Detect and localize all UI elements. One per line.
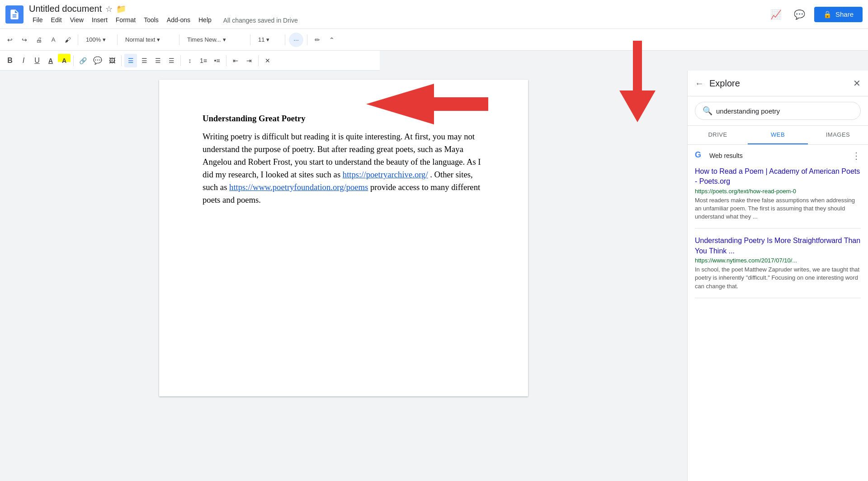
explore-close-button[interactable]: ✕ bbox=[853, 78, 861, 89]
separator-5 bbox=[285, 34, 285, 45]
spellcheck-button[interactable]: A bbox=[47, 33, 60, 47]
result-1-title[interactable]: How to Read a Poem | Academy of American… bbox=[695, 167, 861, 187]
fmt-sep-3 bbox=[180, 55, 181, 66]
more-button[interactable]: ··· bbox=[289, 33, 303, 47]
explore-search-box: 🔍 bbox=[695, 102, 861, 120]
align-justify-button[interactable]: ☰ bbox=[165, 54, 178, 67]
fontsize-dropdown[interactable]: 11 ▾ bbox=[254, 33, 281, 47]
folder-icon[interactable]: 📁 bbox=[116, 4, 126, 14]
toolbar: ↩ ↪ 🖨 A 🖌 100% ▾ Normal text ▾ Times New… bbox=[0, 29, 868, 51]
decrease-indent-button[interactable]: ⇤ bbox=[229, 54, 242, 67]
explore-search-area: 🔍 bbox=[688, 96, 868, 126]
font-arrow-icon: ▾ bbox=[223, 36, 226, 43]
result-2-url: https://www.nytimes.com/2017/07/10/... bbox=[695, 257, 861, 264]
image-button[interactable]: 🖼 bbox=[106, 54, 118, 67]
menu-insert[interactable]: Insert bbox=[88, 15, 111, 25]
share-button[interactable]: 🔒 Share bbox=[814, 7, 863, 22]
comments-icon[interactable]: 💬 bbox=[791, 5, 809, 24]
result-1-snippet: Most readers make three false assumption… bbox=[695, 196, 861, 221]
separator-1 bbox=[78, 34, 78, 45]
menu-view[interactable]: View bbox=[66, 15, 87, 25]
bullet-list-button[interactable]: •≡ bbox=[211, 54, 223, 67]
redo-button[interactable]: ↪ bbox=[18, 33, 31, 47]
top-bar: Untitled document ☆ 📁 File Edit View Ins… bbox=[0, 0, 868, 29]
menu-addons[interactable]: Add-ons bbox=[163, 15, 194, 25]
fontsize-arrow-icon: ▾ bbox=[266, 36, 269, 43]
font-value: Times New... bbox=[187, 36, 221, 43]
format-bar: B I U A A 🔗 💬 🖼 ☰ ☰ ☰ ☰ ↕ 1≡ •≡ ⇤ ⇥ ✕ bbox=[0, 51, 380, 71]
separator-3 bbox=[179, 34, 179, 45]
results-label: Web results bbox=[709, 152, 848, 159]
line-spacing-button[interactable]: ↕ bbox=[184, 54, 196, 67]
tab-images[interactable]: IMAGES bbox=[808, 126, 868, 144]
comment-button[interactable]: 💬 bbox=[90, 54, 105, 67]
zoom-dropdown[interactable]: 100% ▾ bbox=[82, 33, 113, 47]
collapse-button[interactable]: ⌃ bbox=[326, 33, 338, 47]
tab-drive[interactable]: DRIVE bbox=[688, 126, 748, 144]
tab-web[interactable]: WEB bbox=[748, 126, 808, 144]
fmt-sep-1 bbox=[73, 55, 74, 66]
undo-button[interactable]: ↩ bbox=[4, 33, 16, 47]
explore-search-input[interactable] bbox=[716, 107, 853, 115]
document-paragraph: Writing poetry is difficult but reading … bbox=[203, 130, 485, 206]
clear-format-button[interactable]: ✕ bbox=[261, 54, 274, 67]
save-status: All changes saved in Drive bbox=[223, 17, 298, 25]
align-right-button[interactable]: ☰ bbox=[151, 54, 164, 67]
underline-button[interactable]: U bbox=[31, 54, 43, 67]
bold-button[interactable]: B bbox=[4, 54, 16, 67]
increase-indent-button[interactable]: ⇥ bbox=[243, 54, 255, 67]
zoom-value: 100% bbox=[86, 36, 101, 43]
menu-help[interactable]: Help bbox=[195, 15, 215, 25]
fmt-sep-2 bbox=[121, 55, 122, 66]
document-area[interactable]: Understanding Great Poetry Writing poetr… bbox=[0, 71, 687, 481]
explore-back-button[interactable]: ← bbox=[695, 78, 704, 89]
link-button[interactable]: 🔗 bbox=[76, 54, 90, 67]
numbered-list-button[interactable]: 1≡ bbox=[197, 54, 210, 67]
explore-title: Explore bbox=[709, 78, 853, 89]
document-title[interactable]: Untitled document bbox=[29, 4, 102, 14]
menu-bar: File Edit View Insert Format Tools Add-o… bbox=[29, 15, 767, 25]
result-2: Understanding Poetry Is More Straightfor… bbox=[695, 236, 861, 298]
result-2-snippet: In school, the poet Matthew Zapruder wri… bbox=[695, 266, 861, 291]
explore-icon[interactable]: 📈 bbox=[767, 5, 785, 24]
style-dropdown[interactable]: Normal text ▾ bbox=[121, 33, 175, 47]
fmt-sep-4 bbox=[226, 55, 226, 66]
zoom-arrow-icon: ▾ bbox=[103, 36, 106, 43]
docs-icon bbox=[9, 9, 20, 20]
separator-6 bbox=[307, 34, 307, 45]
menu-tools[interactable]: Tools bbox=[140, 15, 162, 25]
app-icon bbox=[5, 5, 24, 24]
result-1: How to Read a Poem | Academy of American… bbox=[695, 167, 861, 229]
highlight-button[interactable]: A bbox=[58, 54, 71, 67]
align-center-button[interactable]: ☰ bbox=[138, 54, 151, 67]
explore-results: G Web results ⋮ How to Read a Poem | Aca… bbox=[688, 145, 868, 481]
poetry-archive-link[interactable]: https://poetryarchive.org/ bbox=[343, 170, 428, 179]
explore-header: ← Explore ✕ bbox=[688, 71, 868, 96]
explore-panel: ← Explore ✕ 🔍 DRIVE WEB IMAGES G Web res… bbox=[687, 71, 868, 481]
style-arrow-icon: ▾ bbox=[157, 36, 160, 43]
document-page[interactable]: Understanding Great Poetry Writing poetr… bbox=[159, 80, 528, 396]
text-color-button[interactable]: A bbox=[44, 54, 57, 67]
search-icon: 🔍 bbox=[703, 106, 712, 116]
result-2-title[interactable]: Understanding Poetry Is More Straightfor… bbox=[695, 236, 861, 256]
poetry-foundation-link[interactable]: https://www.poetryfoundation.org/poems bbox=[229, 182, 368, 192]
top-right: 📈 💬 🔒 Share bbox=[767, 5, 863, 24]
google-results-header: G Web results ⋮ bbox=[695, 150, 861, 161]
edit-mode-button[interactable]: ✏ bbox=[311, 33, 324, 47]
align-left-button[interactable]: ☰ bbox=[124, 54, 137, 67]
menu-file[interactable]: File bbox=[29, 15, 47, 25]
paint-format-button[interactable]: 🖌 bbox=[61, 33, 74, 47]
result-1-url: https://poets.org/text/how-read-poem-0 bbox=[695, 188, 861, 195]
print-button[interactable]: 🖨 bbox=[33, 33, 45, 47]
results-menu-button[interactable]: ⋮ bbox=[852, 150, 861, 161]
italic-button[interactable]: I bbox=[17, 54, 30, 67]
menu-edit[interactable]: Edit bbox=[47, 15, 66, 25]
fontsize-value: 11 bbox=[258, 36, 264, 43]
menu-format[interactable]: Format bbox=[112, 15, 139, 25]
separator-4 bbox=[250, 34, 250, 45]
style-value: Normal text bbox=[125, 36, 155, 43]
explore-tabs: DRIVE WEB IMAGES bbox=[688, 126, 868, 145]
fmt-sep-5 bbox=[258, 55, 259, 66]
star-icon[interactable]: ☆ bbox=[105, 4, 113, 14]
font-dropdown[interactable]: Times New... ▾ bbox=[183, 33, 246, 47]
